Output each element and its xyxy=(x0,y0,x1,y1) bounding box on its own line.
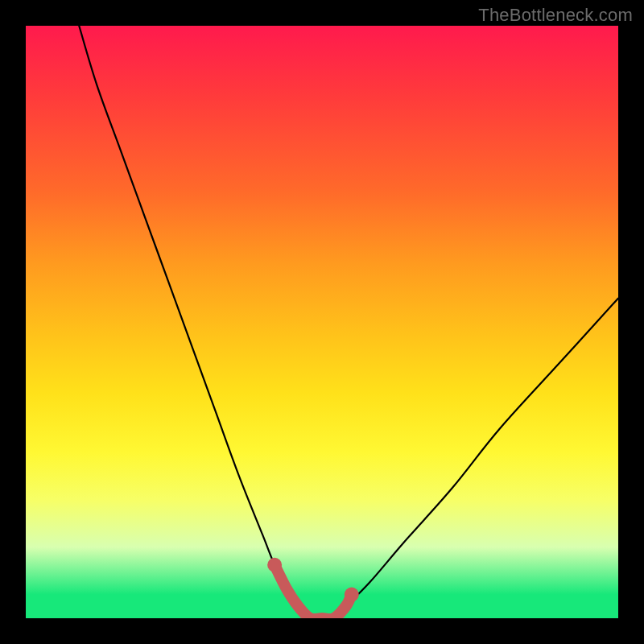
watermark-text: TheBottleneck.com xyxy=(478,5,633,26)
bottleneck-curve-path xyxy=(79,26,618,618)
highlight-endpoint xyxy=(345,588,359,602)
chart-frame: TheBottleneck.com xyxy=(0,0,644,644)
chart-svg xyxy=(26,26,618,618)
highlight-band-path xyxy=(275,565,352,618)
chart-plot-area xyxy=(26,26,618,618)
highlight-endpoint xyxy=(267,558,282,572)
